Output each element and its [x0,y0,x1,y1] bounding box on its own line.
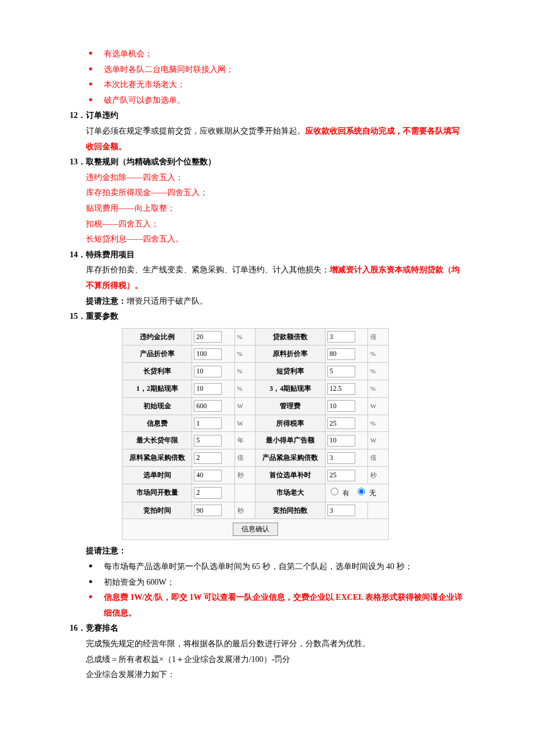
param-input[interactable] [327,331,355,343]
table-row: 初始现金 W 管理费 W [122,397,389,415]
table-row: 产品折价率 % 原料折价率 % [122,345,389,363]
param-label: 产品折价率 [122,345,192,363]
param-unit: 倍 [368,328,389,345]
param-input[interactable] [327,452,355,464]
param-label: 长贷利率 [122,363,192,380]
param-input[interactable] [194,470,222,481]
param-unit: W [234,415,255,432]
param-input[interactable] [194,487,222,499]
table-row: 最大长贷年限 年 最小得单广告额 W [122,432,389,449]
radio-no-boss[interactable] [358,488,365,495]
param-label: 最小得单广告额 [255,432,325,449]
param-unit: 秒 [234,502,255,519]
confirm-button[interactable]: 信息确认 [233,523,278,536]
param-input[interactable] [327,383,355,395]
section-14-note: 提请注意：增资只适用于破产队。 [70,294,464,309]
table-row: 选单时间 秒 首位选单补时 秒 [122,467,389,484]
text-line: 总成绩＝所有者权益×（1＋企业综合发展潜力/100）-罚分 [70,652,464,668]
param-input[interactable] [194,505,222,516]
section-15-title: 15．重要参数 [70,309,464,325]
table-row: 违约金比例 % 贷款额倍数 倍 [122,328,389,345]
param-unit: % [368,363,389,380]
section-13-title: 13．取整规则（均精确或舍到个位整数） [70,154,464,170]
param-input[interactable] [194,331,222,343]
text: 订单必须在规定季或提前交货，应收账期从交货季开始算起。 [86,127,305,135]
list-item: 库存拍卖所得现金——四舍五入； [70,185,464,201]
param-unit [234,484,255,502]
param-label: 首位选单补时 [255,467,325,484]
list-item: 破产队可以参加选单。 [70,93,464,109]
section-15-note-label: 提请注意： [70,543,464,559]
param-unit: % [234,380,255,398]
param-label: 最大长贷年限 [122,432,192,449]
section-12-body: 订单必须在规定季或提前交货，应收账期从交货季开始算起。应收款收回系统自动完成，不… [70,124,464,154]
section-14-body: 库存折价拍卖、生产线变卖、紧急采购、订单违约、计入其他损失；增减资计入股东资本或… [70,262,464,293]
radio-has-boss[interactable] [331,488,338,495]
list-item: 每市场每产品选单时第一个队选单时间为 65 秒，自第二个队起，选单时间设为 40… [70,559,464,575]
param-label: 信息费 [122,415,192,432]
param-input[interactable] [327,470,355,481]
param-unit [368,502,389,519]
param-input[interactable] [194,366,222,377]
section-14-title: 14．特殊费用项目 [70,247,464,263]
text: 库存折价拍卖、生产线变卖、紧急采购、订单违约、计入其他损失； [86,265,330,274]
param-unit: % [368,380,389,398]
note-label: 提请注意： [86,297,127,305]
param-label: 产品紧急采购倍数 [255,449,325,467]
param-input[interactable] [194,452,222,464]
param-unit: % [234,345,255,363]
param-unit: % [234,363,255,380]
param-label: 短贷利率 [255,363,325,380]
param-label: 违约金比例 [122,328,192,345]
list-item: 信息费 1W/次/队，即交 1W 可以查看一队企业信息，交费企业以 EXCEL … [70,590,464,621]
param-input[interactable] [327,505,355,516]
radio-label-yes: 有 [342,489,349,497]
param-input[interactable] [194,383,222,395]
param-input[interactable] [327,348,355,360]
param-unit: W [368,397,389,415]
table-row: 原料紧急采购倍数 倍 产品紧急采购倍数 倍 [122,449,389,467]
param-unit: % [368,415,389,432]
params-table: 违约金比例 % 贷款额倍数 倍 产品折价率 % 原料折价率 % 长贷利率 % 短… [122,328,389,541]
param-input[interactable] [194,435,222,447]
radio-label-no: 无 [369,489,376,497]
param-input[interactable] [194,348,222,360]
table-row: 市场同开数量 市场老大 有 无 [122,484,389,502]
param-input[interactable] [194,400,222,412]
param-label: 原料折价率 [255,345,325,363]
param-input[interactable] [327,400,355,412]
list-item: 扣税——四舍五入； [70,217,464,232]
section-16-title: 16．竞赛排名 [70,621,464,636]
list-item: 初始资金为 600W； [70,575,464,591]
param-input[interactable] [327,417,355,429]
param-label: 初始现金 [122,397,192,415]
market-boss-radio-group: 有 无 [325,484,388,502]
param-unit: 倍 [234,449,255,467]
confirm-row: 信息确认 [122,519,389,540]
param-unit: W [234,397,255,415]
table-row: 1，2期贴现率 % 3，4期贴现率 % [122,380,389,398]
param-unit: W [368,432,389,449]
param-label: 管理费 [255,397,325,415]
param-label: 3，4期贴现率 [255,380,325,398]
param-unit: 年 [234,432,255,449]
param-unit: 秒 [234,467,255,484]
param-label: 竞拍时间 [122,502,192,519]
param-unit: 倍 [368,449,389,467]
param-unit: % [234,328,255,345]
table-row: 长贷利率 % 短贷利率 % [122,363,389,380]
param-unit: % [368,345,389,363]
list-item: 本次比赛无市场老大； [70,77,464,93]
param-label: 1，2期贴现率 [122,380,192,398]
list-item: 选单时各队二台电脑同时联接入网； [70,62,464,78]
param-label: 选单时间 [122,467,192,484]
list-item: 违约金扣除——四舍五入； [70,170,464,186]
page: 有选单机会； 选单时各队二台电脑同时联接入网； 本次比赛无市场老大； 破产队可以… [0,0,534,756]
param-input[interactable] [194,417,222,429]
param-input[interactable] [327,435,355,447]
param-input[interactable] [327,366,355,377]
param-label: 贷款额倍数 [255,328,325,345]
text-line: 完成预先规定的经营年限，将根据各队的最后分数进行评分，分数高者为优胜。 [70,636,464,652]
param-label: 原料紧急采购倍数 [122,449,192,467]
text-line: 企业综合发展潜力如下： [70,667,464,683]
